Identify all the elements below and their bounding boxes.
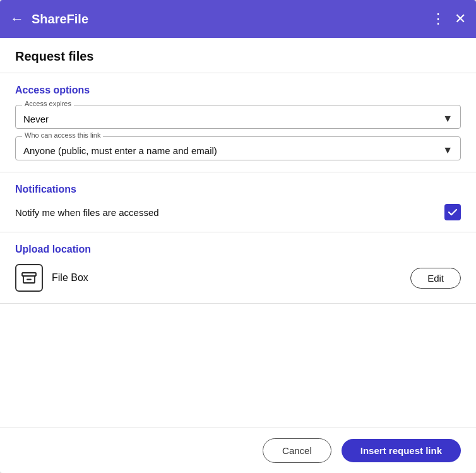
access-options-section: Access options Access expires Never ▼ Wh… (0, 73, 476, 172)
access-expires-select[interactable]: Access expires Never ▼ (15, 105, 461, 129)
filebox-icon (15, 264, 43, 292)
header: ← ShareFile ⋮ ✕ (0, 0, 476, 38)
spacer (0, 304, 476, 428)
page-title: Request files (15, 49, 93, 63)
notify-row: Notify me when files are accessed (15, 204, 461, 220)
access-fields: Access expires Never ▼ Who can access th… (15, 105, 461, 160)
notify-label: Notify me when files are accessed (15, 207, 159, 218)
access-expires-label: Access expires (22, 100, 74, 107)
access-options-title: Access options (15, 85, 461, 96)
upload-location-title: Upload location (15, 244, 461, 255)
who-can-access-value: Anyone (public, must enter a name and em… (23, 145, 217, 156)
notifications-section: Notifications Notify me when files are a… (0, 172, 476, 232)
notifications-title: Notifications (15, 184, 461, 195)
notify-checkbox[interactable] (444, 204, 461, 220)
edit-button[interactable]: Edit (410, 268, 461, 289)
who-can-access-select[interactable]: Who can access this link Anyone (public,… (15, 136, 461, 160)
page-title-bar: Request files (0, 38, 476, 73)
more-menu-button[interactable]: ⋮ (431, 11, 446, 27)
archive-icon (21, 270, 37, 286)
access-expires-value: Never (23, 114, 49, 124)
footer: Cancel Insert request link (0, 428, 476, 473)
upload-row: File Box Edit (15, 264, 461, 292)
close-button[interactable]: ✕ (455, 11, 466, 27)
cancel-button[interactable]: Cancel (263, 438, 331, 463)
checkmark-icon (448, 207, 458, 217)
back-button[interactable]: ← (10, 11, 24, 27)
chevron-down-icon: ▼ (443, 113, 453, 124)
who-can-access-label: Who can access this link (22, 131, 103, 139)
upload-location-name: File Box (52, 272, 402, 284)
dialog: ← ShareFile ⋮ ✕ Request files Access opt… (0, 0, 476, 473)
chevron-down-icon-2: ▼ (443, 145, 453, 156)
insert-request-link-button[interactable]: Insert request link (342, 439, 461, 462)
header-title: ShareFile (32, 12, 431, 27)
upload-location-section: Upload location File Box Edit (0, 232, 476, 304)
